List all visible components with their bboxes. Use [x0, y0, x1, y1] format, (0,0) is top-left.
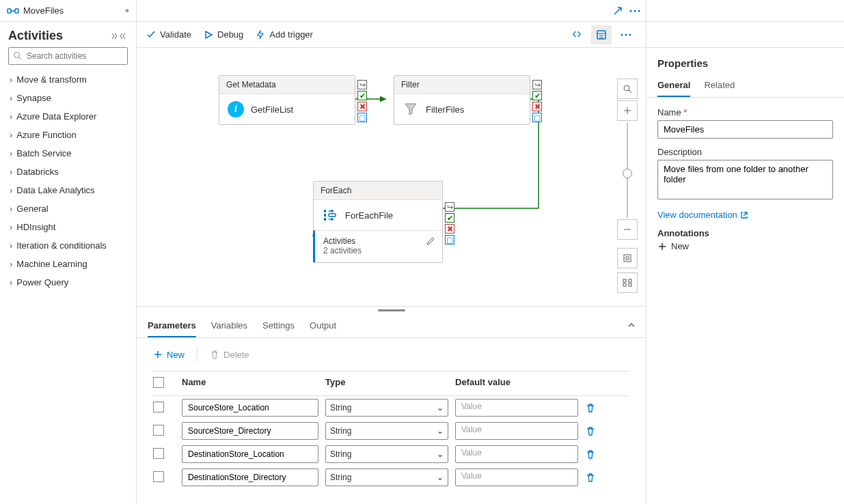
canvas-more-button[interactable] — [616, 25, 636, 44]
skip-handle-icon[interactable]: ▢ — [357, 113, 367, 122]
delete-row-button[interactable] — [585, 449, 612, 460]
zoom-thumb[interactable] — [623, 169, 632, 178]
success-handle-icon[interactable]: ✔ — [532, 91, 542, 100]
pipeline-tab-title: MoveFiles — [23, 5, 64, 16]
delete-parameter-button[interactable]: Delete — [210, 350, 249, 360]
zoom-in-button[interactable] — [617, 100, 638, 121]
activity-category[interactable]: ›Data Lake Analytics — [0, 181, 136, 199]
debug-button[interactable]: Debug — [204, 29, 243, 40]
param-type-select[interactable]: String⌄ — [325, 445, 448, 463]
collapse-expand-icon[interactable] — [110, 32, 128, 40]
chevron-right-icon: › — [10, 240, 12, 251]
tab-general[interactable]: General — [657, 76, 690, 97]
completion-handle-icon[interactable]: ↪ — [532, 80, 542, 89]
select-all-checkbox[interactable] — [153, 377, 164, 388]
tab-variables[interactable]: Variables — [211, 313, 247, 337]
add-trigger-button[interactable]: Add trigger — [256, 29, 313, 40]
activity-node-filterfiles[interactable]: Filter FilterFiles ↪ ✔ ✖ ▢ — [394, 75, 530, 125]
activity-category[interactable]: ›Power Query — [0, 273, 136, 292]
collapse-pane-icon[interactable] — [627, 320, 636, 330]
svg-rect-15 — [324, 210, 326, 212]
activity-category[interactable]: ›General — [0, 199, 136, 218]
completion-handle-icon[interactable]: ↪ — [445, 202, 454, 212]
svg-rect-26 — [623, 279, 626, 282]
param-default-input[interactable]: Value — [455, 399, 578, 417]
tab-settings[interactable]: Settings — [262, 313, 295, 337]
fail-handle-icon[interactable]: ✖ — [532, 102, 542, 111]
activity-category[interactable]: ›Move & transform — [0, 70, 136, 89]
more-icon[interactable] — [629, 10, 640, 12]
table-row: String⌄ Value — [153, 443, 629, 466]
zoom-magnifier-button[interactable] — [617, 79, 638, 99]
param-default-input[interactable]: Value — [455, 445, 578, 463]
activity-node-getfilelist[interactable]: Get Metadata i GetFileList ↪ ✔ ✖ ▢ — [219, 75, 355, 125]
success-handle-icon[interactable]: ✔ — [445, 213, 454, 223]
node-output-handles[interactable]: ↪ ✔ ✖ ▢ — [445, 202, 454, 244]
param-type-select[interactable]: String⌄ — [325, 399, 448, 417]
foreach-inner-activities[interactable]: Activities 2 activities — [313, 230, 442, 262]
tab-related[interactable]: Related — [704, 76, 735, 97]
activity-category[interactable]: ›Batch Service — [0, 144, 136, 163]
activity-category[interactable]: ›Synapse — [0, 89, 136, 107]
svg-rect-0 — [8, 9, 11, 13]
param-name-input[interactable] — [182, 422, 318, 440]
new-parameter-button[interactable]: New — [153, 350, 185, 360]
row-checkbox[interactable] — [153, 471, 164, 482]
delete-row-button[interactable] — [585, 425, 612, 436]
zoom-slider[interactable] — [617, 122, 638, 218]
activity-category[interactable]: ›Databricks — [0, 163, 136, 181]
param-type-select[interactable]: String⌄ — [325, 468, 448, 486]
expand-icon[interactable] — [613, 6, 623, 16]
node-output-handles[interactable]: ↪ ✔ ✖ ▢ — [357, 80, 367, 122]
row-checkbox[interactable] — [153, 402, 164, 412]
name-label: Name — [657, 107, 687, 117]
pipeline-tab[interactable]: MoveFiles • — [0, 0, 136, 22]
activity-category[interactable]: ›HDInsight — [0, 218, 136, 236]
completion-handle-icon[interactable]: ↪ — [357, 80, 367, 89]
view-documentation-link[interactable]: View documentation — [657, 210, 833, 220]
param-name-input[interactable] — [182, 445, 318, 463]
param-name-input[interactable] — [182, 399, 318, 417]
zoom-out-button[interactable] — [617, 219, 638, 240]
activity-category[interactable]: ›Iteration & conditionals — [0, 236, 136, 255]
row-checkbox[interactable] — [153, 448, 164, 459]
activity-category[interactable]: ›Azure Data Explorer — [0, 107, 136, 126]
tab-parameters[interactable]: Parameters — [148, 313, 196, 337]
pipeline-canvas[interactable]: Get Metadata i GetFileList ↪ ✔ ✖ ▢ Filte… — [137, 48, 646, 306]
edit-icon[interactable] — [426, 236, 435, 246]
description-field[interactable]: Move files from one folder to another fo… — [657, 160, 833, 199]
tab-output[interactable]: Output — [310, 313, 336, 337]
name-field[interactable] — [657, 120, 833, 139]
svg-point-12 — [621, 33, 623, 36]
param-type-select[interactable]: String⌄ — [325, 422, 448, 440]
properties-toggle-button[interactable] — [591, 25, 612, 44]
svg-point-5 — [630, 10, 632, 12]
fit-to-screen-button[interactable] — [617, 248, 638, 268]
node-output-handles[interactable]: ↪ ✔ ✖ ▢ — [532, 80, 542, 122]
param-default-input[interactable]: Value — [455, 422, 578, 440]
success-handle-icon[interactable]: ✔ — [357, 91, 367, 100]
validate-button[interactable]: Validate — [146, 29, 191, 40]
divider — [197, 348, 198, 361]
activity-type-label: Filter — [394, 76, 530, 94]
param-default-input[interactable]: Value — [455, 468, 578, 486]
code-view-button[interactable] — [567, 25, 587, 44]
fail-handle-icon[interactable]: ✖ — [357, 102, 367, 111]
row-checkbox[interactable] — [153, 425, 164, 436]
svg-rect-16 — [324, 214, 326, 216]
auto-align-button[interactable] — [617, 272, 638, 293]
skip-handle-icon[interactable]: ▢ — [445, 235, 454, 244]
new-annotation-button[interactable]: New — [657, 241, 833, 251]
delete-row-button[interactable] — [585, 402, 612, 413]
activity-node-foreachfile[interactable]: ForEach ForEachFile Activities 2 activit… — [313, 181, 443, 263]
detail-pane: Parameters Variables Settings Output New… — [137, 306, 646, 504]
resize-grip[interactable] — [137, 307, 646, 313]
skip-handle-icon[interactable]: ▢ — [532, 113, 542, 122]
fail-handle-icon[interactable]: ✖ — [445, 224, 454, 234]
activity-category[interactable]: ›Machine Learning — [0, 255, 136, 273]
param-name-input[interactable] — [182, 468, 318, 486]
activity-category[interactable]: ›Azure Function — [0, 126, 136, 144]
search-activities-input[interactable] — [8, 47, 128, 65]
chevron-right-icon: › — [10, 167, 12, 177]
delete-row-button[interactable] — [585, 472, 612, 483]
